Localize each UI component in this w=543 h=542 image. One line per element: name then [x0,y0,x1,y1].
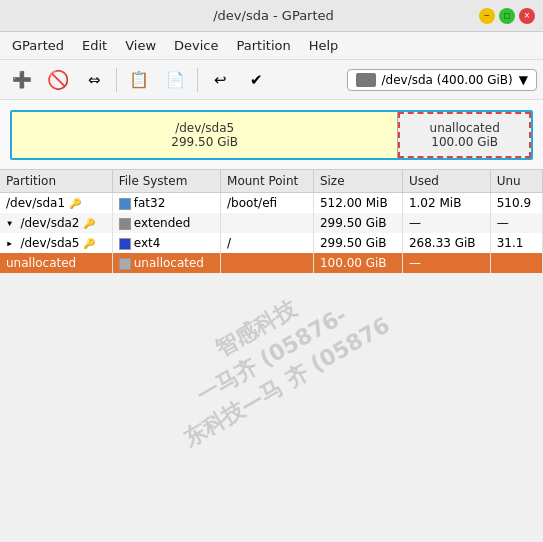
disk-bar: /dev/sda5 299.50 GiB unallocated 100.00 … [10,110,533,160]
partition-table-container: Partition File System Mount Point Size U… [0,170,543,542]
sda5-partition-bar[interactable]: /dev/sda5 299.50 GiB [12,112,398,158]
fs-color-indicator [119,238,131,250]
cell-mountpoint: / [221,233,314,253]
cell-mountpoint [221,253,314,273]
cell-unused: 31.1 [490,233,542,253]
partition-table: Partition File System Mount Point Size U… [0,170,543,273]
paste-button[interactable]: 📄 [159,64,191,96]
menu-help[interactable]: Help [301,34,347,57]
disk-visual: /dev/sda5 299.50 GiB unallocated 100.00 … [0,100,543,170]
key-icon: 🔑 [69,198,81,209]
titlebar-title: /dev/sda - GParted [68,8,479,23]
table-row[interactable]: ▸ /dev/sda5 🔑ext4/299.50 GiB268.33 GiB31… [0,233,543,253]
toolbar: ➕ 🚫 ⇔ 📋 📄 ↩ ✔ /dev/sda (400.00 GiB) ▼ [0,60,543,100]
table-row[interactable]: /dev/sda1 🔑fat32/boot/efi512.00 MiB1.02 … [0,193,543,214]
col-header-filesystem: File System [112,170,220,193]
fs-color-indicator [119,198,131,210]
copy-icon: 📋 [129,70,149,89]
fs-color-indicator [119,218,131,230]
menu-partition[interactable]: Partition [229,34,299,57]
sda5-label: /dev/sda5 [175,121,234,135]
menu-device[interactable]: Device [166,34,226,57]
cell-partition: ▾ /dev/sda2 🔑 [0,213,112,233]
paste-icon: 📄 [166,71,185,89]
cell-mountpoint [221,213,314,233]
cell-filesystem: extended [112,213,220,233]
chevron-down-icon: ▼ [519,73,528,87]
apply-button[interactable]: ✔ [240,64,272,96]
menu-view[interactable]: View [117,34,164,57]
maximize-button[interactable]: □ [499,8,515,24]
unalloc-label: unallocated [430,121,500,135]
cell-size: 100.00 GiB [313,253,402,273]
cell-filesystem: unallocated [112,253,220,273]
cell-used: — [402,253,490,273]
table-row[interactable]: ▾ /dev/sda2 🔑extended299.50 GiB—— [0,213,543,233]
disk-selector-label: /dev/sda (400.00 GiB) [382,73,513,87]
col-header-partition: Partition [0,170,112,193]
titlebar-buttons: − □ × [479,8,535,24]
cell-partition: unallocated [0,253,112,273]
new-partition-icon: ➕ [12,70,32,89]
resize-icon: ⇔ [88,71,101,89]
close-button[interactable]: × [519,8,535,24]
fs-color-indicator [119,258,131,270]
apply-icon: ✔ [250,71,263,89]
cell-unused: — [490,213,542,233]
delete-partition-icon: 🚫 [47,69,69,91]
cell-partition: /dev/sda1 🔑 [0,193,112,214]
menu-edit[interactable]: Edit [74,34,115,57]
cell-size: 299.50 GiB [313,213,402,233]
titlebar: /dev/sda - GParted − □ × [0,0,543,32]
lock-icon: 🔑 [83,218,95,229]
col-header-used: Used [402,170,490,193]
cell-used: 1.02 MiB [402,193,490,214]
table-row[interactable]: unallocatedunallocated100.00 GiB— [0,253,543,273]
cell-filesystem: fat32 [112,193,220,214]
undo-button[interactable]: ↩ [204,64,236,96]
cell-size: 512.00 MiB [313,193,402,214]
col-header-unused: Unu [490,170,542,193]
menu-gparted[interactable]: GParted [4,34,72,57]
delete-partition-button[interactable]: 🚫 [42,64,74,96]
copy-button[interactable]: 📋 [123,64,155,96]
cell-size: 299.50 GiB [313,233,402,253]
cell-used: — [402,213,490,233]
col-header-mountpoint: Mount Point [221,170,314,193]
cell-used: 268.33 GiB [402,233,490,253]
main-content: /dev/sda5 299.50 GiB unallocated 100.00 … [0,100,543,542]
resize-button[interactable]: ⇔ [78,64,110,96]
toolbar-separator-1 [116,68,117,92]
minimize-button[interactable]: − [479,8,495,24]
cell-filesystem: ext4 [112,233,220,253]
disk-selector-dropdown[interactable]: /dev/sda (400.00 GiB) ▼ [347,69,538,91]
unallocated-bar[interactable]: unallocated 100.00 GiB [398,112,531,158]
cell-unused [490,253,542,273]
undo-icon: ↩ [214,71,227,89]
new-partition-button[interactable]: ➕ [6,64,38,96]
table-header-row: Partition File System Mount Point Size U… [0,170,543,193]
cell-partition: ▸ /dev/sda5 🔑 [0,233,112,253]
sda5-size: 299.50 GiB [171,135,238,149]
unalloc-size: 100.00 GiB [431,135,498,149]
disk-icon [356,73,376,87]
cell-mountpoint: /boot/efi [221,193,314,214]
toolbar-separator-2 [197,68,198,92]
col-header-size: Size [313,170,402,193]
key-icon: 🔑 [83,238,95,249]
cell-unused: 510.9 [490,193,542,214]
menubar: GParted Edit View Device Partition Help [0,32,543,60]
